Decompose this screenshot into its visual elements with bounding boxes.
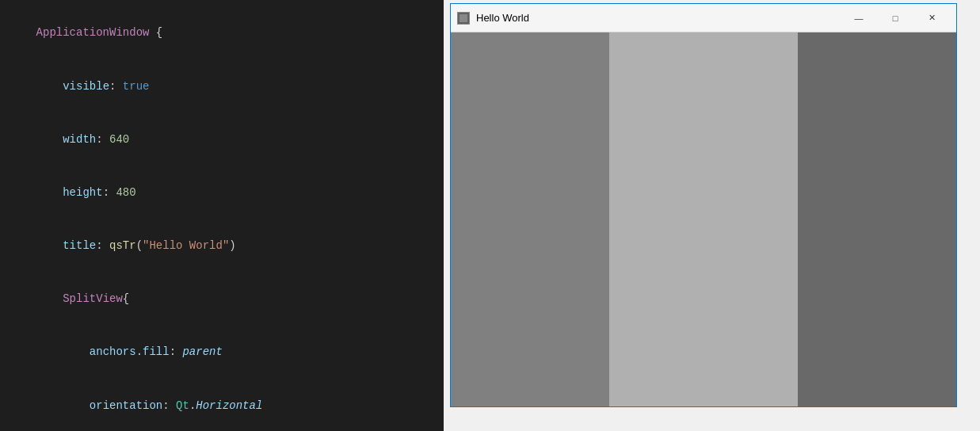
code-line-6: SplitView{ <box>10 273 434 326</box>
svg-rect-1 <box>460 15 467 21</box>
maximize-button[interactable]: □ <box>877 6 913 30</box>
split-panel-right <box>798 32 956 406</box>
code-editor[interactable]: ApplicationWindow { visible: true width:… <box>0 0 444 431</box>
window-titlebar: Hello World — □ ✕ <box>451 4 956 32</box>
window-content <box>451 32 956 406</box>
code-line-8: orientation: Qt.Horizontal <box>10 379 434 431</box>
code-line-2: visible: true <box>10 59 434 113</box>
code-line-5: title: qsTr("Hello World") <box>10 219 434 273</box>
code-line-4: height: 480 <box>10 166 434 219</box>
close-button[interactable]: ✕ <box>913 6 950 30</box>
code-line-7: anchors.fill: parent <box>10 326 434 379</box>
code-line-1: ApplicationWindow { <box>10 6 434 59</box>
window-controls: — □ ✕ <box>841 6 950 30</box>
window-title: Hello World <box>476 12 841 24</box>
split-panel-center <box>609 32 798 406</box>
split-panel-left <box>451 32 609 406</box>
app-window: Hello World — □ ✕ <box>450 3 957 407</box>
minimize-button[interactable]: — <box>841 6 877 30</box>
code-line-3: width: 640 <box>10 113 434 166</box>
preview-panel: Hello World — □ ✕ <box>444 0 980 431</box>
window-app-icon <box>457 12 470 25</box>
